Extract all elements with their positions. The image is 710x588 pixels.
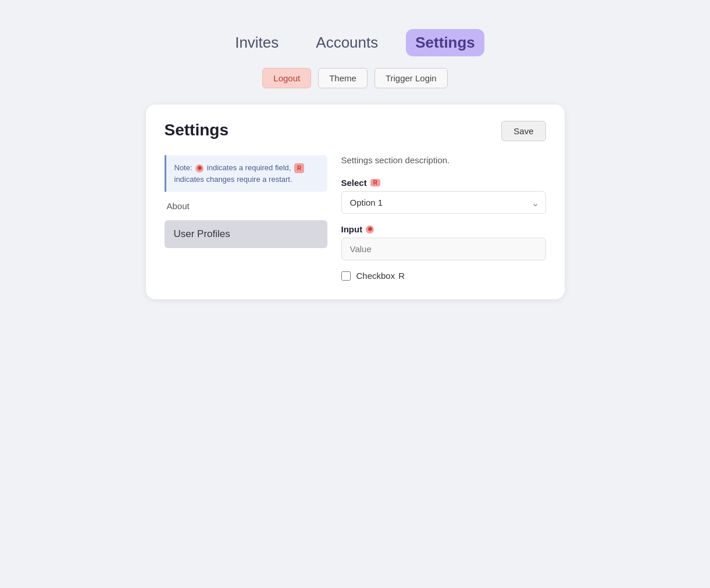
top-nav: Invites Accounts Settings	[226, 29, 484, 56]
tab-settings[interactable]: Settings	[406, 29, 484, 56]
note-box: Note: ✱ indicates a required field, R in…	[165, 155, 327, 192]
user-profiles-item[interactable]: User Profiles	[165, 220, 327, 248]
note-text-2: indicates a required field,	[207, 163, 291, 172]
tab-invites[interactable]: Invites	[226, 29, 288, 56]
select-wrapper: Option 1 Option 2 Option 3 ⌄	[341, 191, 546, 214]
select-restart-badge: R	[370, 179, 380, 187]
input-label: Input ✱	[341, 224, 546, 234]
checkbox-input[interactable]	[341, 271, 351, 281]
settings-body: Note: ✱ indicates a required field, R in…	[165, 155, 546, 281]
checkbox-label: Checkbox R	[356, 271, 405, 281]
value-input[interactable]	[341, 238, 546, 260]
note-text-3: indicates changes require a restart.	[174, 175, 292, 184]
about-label: About	[165, 200, 327, 212]
trigger-login-button[interactable]: Trigger Login	[374, 68, 448, 88]
select-label: Select R	[341, 178, 546, 188]
checkbox-restart-badge: R	[398, 271, 405, 281]
left-panel: Note: ✱ indicates a required field, R in…	[165, 155, 327, 281]
select-input[interactable]: Option 1 Option 2 Option 3	[341, 191, 546, 214]
right-panel: Settings section description. Select R O…	[341, 155, 546, 281]
logout-button[interactable]: Logout	[262, 68, 311, 88]
input-required-star: ✱	[366, 225, 374, 234]
note-text-1: Note:	[174, 163, 192, 172]
page-title: Settings	[165, 121, 229, 139]
tab-accounts[interactable]: Accounts	[306, 29, 387, 56]
restart-badge-icon: R	[294, 163, 304, 173]
required-star-icon: ✱	[195, 164, 204, 173]
section-description: Settings section description.	[341, 155, 546, 165]
checkbox-row: Checkbox R	[341, 271, 546, 281]
toolbar: Logout Theme Trigger Login	[262, 68, 447, 88]
save-button[interactable]: Save	[501, 121, 545, 141]
theme-button[interactable]: Theme	[318, 68, 368, 88]
settings-card: Settings Save Note: ✱ indicates a requir…	[146, 105, 565, 299]
select-field-group: Select R Option 1 Option 2 Option 3 ⌄	[341, 178, 546, 214]
settings-header: Settings Save	[165, 121, 546, 141]
input-field-group: Input ✱	[341, 224, 546, 260]
